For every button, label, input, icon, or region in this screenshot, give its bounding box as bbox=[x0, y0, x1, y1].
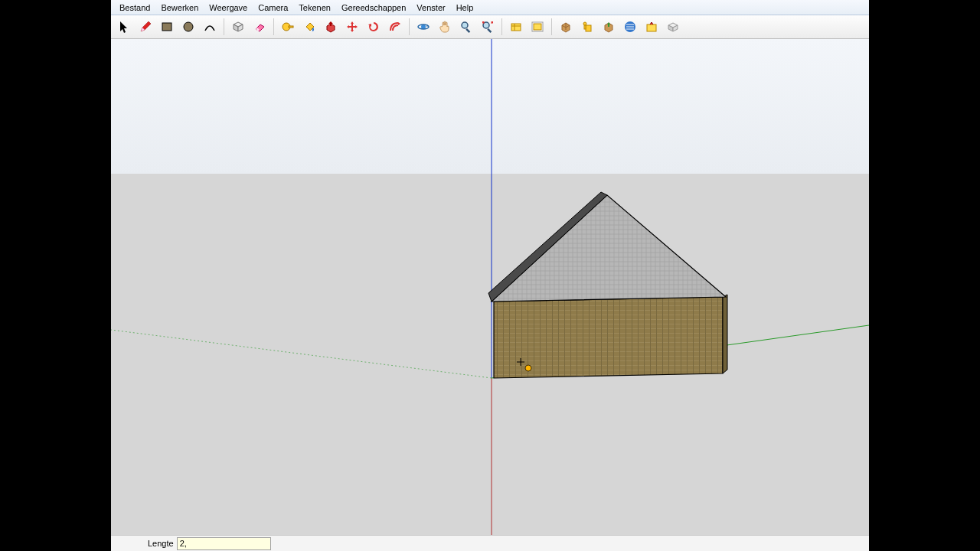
zoom-extents-tool[interactable] bbox=[478, 17, 498, 37]
svg-rect-12 bbox=[534, 24, 541, 30]
svg-point-1 bbox=[184, 22, 193, 31]
toolbar bbox=[111, 15, 869, 39]
push-pull-tool[interactable] bbox=[321, 17, 341, 37]
toggle-terrain-tool[interactable] bbox=[528, 17, 547, 37]
menu-bewerken[interactable]: Bewerken bbox=[155, 2, 204, 14]
svg-rect-7 bbox=[466, 28, 470, 33]
share-model-tool[interactable] bbox=[599, 17, 619, 37]
svg-rect-22 bbox=[111, 39, 869, 174]
menu-tekenen[interactable]: Tekenen bbox=[293, 2, 336, 14]
separator bbox=[224, 18, 224, 35]
length-label: Lengte bbox=[148, 539, 174, 548]
select-tool[interactable] bbox=[114, 17, 134, 37]
svg-point-4 bbox=[421, 24, 426, 29]
move-tool[interactable] bbox=[342, 17, 362, 37]
separator bbox=[273, 18, 274, 35]
menu-venster[interactable]: Venster bbox=[411, 2, 450, 14]
svg-point-6 bbox=[462, 22, 468, 28]
eraser-tool[interactable] bbox=[250, 17, 270, 37]
separator bbox=[551, 18, 552, 35]
svg-rect-13 bbox=[586, 25, 591, 31]
paint-bucket-tool[interactable] bbox=[299, 17, 319, 37]
scene-canvas bbox=[111, 39, 869, 535]
status-bar: Lengte bbox=[111, 535, 869, 551]
pencil-tool[interactable] bbox=[136, 17, 155, 37]
menu-bestand[interactable]: Bestand bbox=[114, 2, 155, 14]
tape-measure-tool[interactable] bbox=[278, 17, 298, 37]
menu-gereedschappen[interactable]: Gereedschappen bbox=[336, 2, 411, 14]
svg-point-14 bbox=[583, 22, 586, 25]
svg-rect-17 bbox=[647, 24, 656, 31]
styles-tool[interactable] bbox=[642, 17, 662, 37]
make-component-tool[interactable] bbox=[228, 17, 248, 37]
arc-tool[interactable] bbox=[200, 17, 220, 37]
get-models-tool[interactable] bbox=[556, 17, 576, 37]
application-window: Bestand Bewerken Weergave Camera Tekenen… bbox=[111, 0, 869, 551]
separator bbox=[501, 18, 502, 35]
svg-point-34 bbox=[525, 365, 531, 371]
orbit-tool[interactable] bbox=[413, 17, 433, 37]
layers-tool[interactable] bbox=[620, 17, 640, 37]
svg-rect-0 bbox=[162, 23, 172, 31]
menu-help[interactable]: Help bbox=[451, 2, 479, 14]
menu-camera[interactable]: Camera bbox=[253, 2, 293, 14]
length-input[interactable] bbox=[177, 537, 271, 550]
rotate-tool[interactable] bbox=[364, 17, 384, 37]
zoom-tool[interactable] bbox=[456, 17, 476, 37]
menu-bar: Bestand Bewerken Weergave Camera Tekenen… bbox=[111, 0, 869, 15]
rectangle-tool[interactable] bbox=[157, 17, 177, 37]
svg-rect-3 bbox=[289, 26, 293, 28]
menu-weergave[interactable]: Weergave bbox=[204, 2, 253, 14]
svg-rect-23 bbox=[111, 174, 869, 535]
svg-marker-29 bbox=[723, 295, 727, 373]
svg-rect-9 bbox=[487, 28, 492, 33]
viewport-3d[interactable] bbox=[111, 39, 869, 535]
offset-tool[interactable] bbox=[385, 17, 405, 37]
separator bbox=[409, 18, 410, 35]
circle-tool[interactable] bbox=[178, 17, 198, 37]
place-model-tool[interactable] bbox=[577, 17, 597, 37]
svg-rect-15 bbox=[584, 25, 586, 29]
add-location-tool[interactable] bbox=[506, 17, 526, 37]
svg-rect-10 bbox=[511, 24, 521, 31]
outliner-tool[interactable] bbox=[663, 17, 683, 37]
pan-tool[interactable] bbox=[435, 17, 455, 37]
